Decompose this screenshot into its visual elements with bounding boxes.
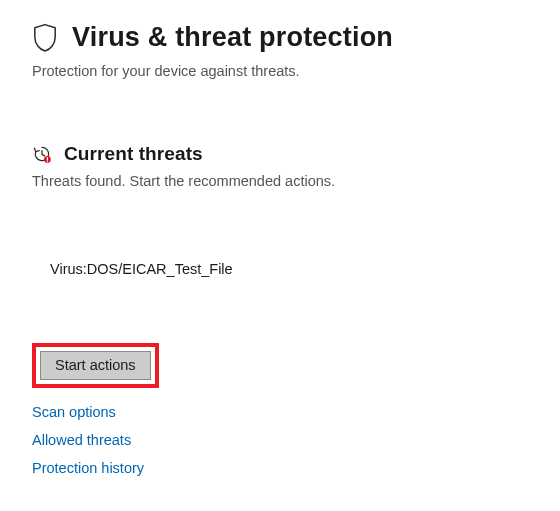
threat-item[interactable]: Virus:DOS/EICAR_Test_File [50,261,528,277]
shield-icon [32,23,58,53]
link-allowed-threats[interactable]: Allowed threats [32,432,131,448]
page-title: Virus & threat protection [72,22,393,53]
history-alert-icon [32,144,52,164]
page-subtitle: Protection for your device against threa… [32,63,528,79]
section-header: Current threats [32,143,528,165]
link-scan-options[interactable]: Scan options [32,404,116,420]
current-threats-section: Current threats Threats found. Start the… [32,143,528,476]
svg-point-2 [47,160,48,161]
section-subtitle: Threats found. Start the recommended act… [32,173,528,189]
related-links: Scan options Allowed threats Protection … [32,404,528,476]
annotation-highlight: Start actions [32,343,159,388]
link-protection-history[interactable]: Protection history [32,460,144,476]
page-header: Virus & threat protection [32,22,528,53]
section-title: Current threats [64,143,203,165]
start-actions-button[interactable]: Start actions [40,351,151,380]
virus-threat-protection-page: Virus & threat protection Protection for… [0,0,560,492]
